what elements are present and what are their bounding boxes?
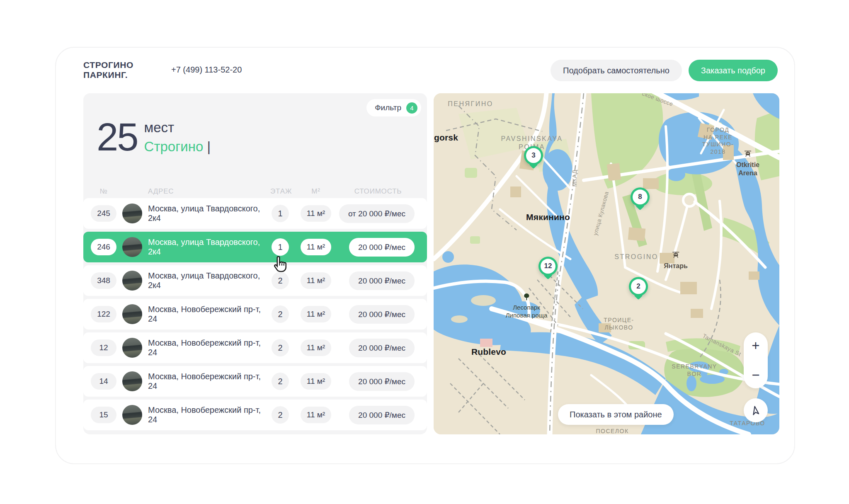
spot-address: Москва, улица Твардовского, 2к4 <box>148 204 264 223</box>
map-marker-2[interactable]: 2 <box>629 277 648 296</box>
map-marker-8[interactable]: 8 <box>631 187 650 206</box>
text-caret: | <box>207 139 211 154</box>
map-marker-count: 3 <box>526 148 541 163</box>
list-item[interactable]: 245Москва, улица Твардовского, 2к4111 м²… <box>83 198 427 229</box>
results-count: 25 <box>97 116 138 159</box>
spot-price-badge: 20 000 ₽/мес <box>349 339 415 357</box>
list-item[interactable]: 348Москва, улица Твардовского, 2к4211 м²… <box>83 265 427 296</box>
list-item[interactable]: 15Москва, Новобережский пр-т, 24211 м²20… <box>83 400 427 430</box>
spot-number-badge: 122 <box>91 306 116 322</box>
spot-price-badge: 20 000 ₽/мес <box>349 238 415 257</box>
list-item[interactable]: 246Москва, улица Твардовского, 2к4111 м²… <box>83 232 427 262</box>
zoom-in-button[interactable]: + <box>744 337 768 355</box>
spot-floor-badge: 2 <box>272 373 289 390</box>
spot-number-badge: 14 <box>91 373 116 390</box>
logo-line1: СТРОГИНО <box>83 60 133 70</box>
spot-area-badge: 11 м² <box>301 306 331 322</box>
spot-photo <box>122 405 142 425</box>
spot-floor-badge: 2 <box>272 339 289 356</box>
map[interactable]: ПЕНЯГИНОgorskPAVSHINSKAYA POIMAское шосс… <box>434 93 779 434</box>
spot-floor-badge: 2 <box>272 305 289 323</box>
phone-number[interactable]: +7 (499) 113-52-20 <box>171 65 242 75</box>
spot-area-badge: 11 м² <box>301 272 331 289</box>
filter-label: Фильтр <box>375 103 401 112</box>
col-number: № <box>91 187 116 196</box>
header: СТРОГИНО ПАРКИНГ. +7 (499) 113-52-20 Под… <box>56 48 794 93</box>
spot-area-badge: 11 м² <box>301 205 331 222</box>
app-card: СТРОГИНО ПАРКИНГ. +7 (499) 113-52-20 Под… <box>55 47 795 464</box>
map-marker-3[interactable]: 3 <box>524 146 543 165</box>
map-marker-count: 12 <box>541 259 555 274</box>
zoom-out-button[interactable]: − <box>744 366 768 384</box>
results-list: 245Москва, улица Твардовского, 2к4111 м²… <box>83 198 427 433</box>
list-item[interactable]: 14Москва, Новобережский пр-т, 24211 м²20… <box>83 366 427 397</box>
spot-address: Москва, Новобережский пр-т, 24 <box>148 338 264 357</box>
logo: СТРОГИНО ПАРКИНГ. <box>83 60 133 80</box>
spot-photo <box>122 204 142 223</box>
search-query[interactable]: Строгино | <box>144 139 211 155</box>
my-location-button[interactable] <box>744 398 768 422</box>
order-selection-button[interactable]: Заказать подбор <box>689 60 778 81</box>
spot-address: Москва, улица Твардовского, 2к4 <box>148 237 264 257</box>
spot-floor-badge: 2 <box>272 272 289 289</box>
table-header: № АДРЕС ЭТАЖ М² СТОИМОСТЬ <box>83 187 427 196</box>
show-in-area-button[interactable]: Показать в этом районе <box>558 404 674 425</box>
self-select-button[interactable]: Подобрать самостоятельно <box>551 60 682 81</box>
spot-number-badge: 12 <box>91 339 116 356</box>
filter-button[interactable]: Фильтр 4 <box>366 99 421 116</box>
header-buttons: Подобрать самостоятельно Заказать подбор <box>551 60 778 81</box>
spot-area-badge: 11 м² <box>301 339 331 356</box>
spot-number-badge: 348 <box>91 272 116 289</box>
spot-photo <box>122 338 142 358</box>
page: СТРОГИНО ПАРКИНГ. +7 (499) 113-52-20 Под… <box>0 0 849 504</box>
spot-floor-badge: 1 <box>272 205 289 222</box>
list-item[interactable]: 12Москва, Новобережский пр-т, 24211 м²20… <box>83 332 427 363</box>
spot-photo <box>122 237 142 257</box>
spot-address: Москва, Новобережский пр-т, 24 <box>148 372 264 391</box>
map-marker-count: 2 <box>631 279 646 294</box>
spot-price-badge: 20 000 ₽/мес <box>349 406 415 424</box>
map-marker-count: 8 <box>633 189 648 204</box>
spot-address: Москва, Новобережский пр-т, 24 <box>148 405 264 424</box>
spot-address: Москва, Новобережский пр-т, 24 <box>148 305 264 324</box>
col-address: АДРЕС <box>148 187 264 196</box>
spot-photo <box>122 304 142 324</box>
spot-area-badge: 11 м² <box>301 239 331 255</box>
col-area: М² <box>296 187 336 196</box>
results-heading: 25 мест Строгино | <box>97 116 211 159</box>
cursor-pointer-icon <box>272 254 290 274</box>
results-unit: мест <box>144 120 211 136</box>
location-arrow-icon <box>750 405 761 416</box>
list-item[interactable]: 122Москва, Новобережский пр-т, 24211 м²2… <box>83 299 427 330</box>
spot-number-badge: 15 <box>91 407 116 423</box>
col-floor: ЭТАЖ <box>270 187 290 196</box>
spot-area-badge: 11 м² <box>301 407 331 423</box>
spot-price-badge: 20 000 ₽/мес <box>349 305 415 324</box>
spot-price-badge: 20 000 ₽/мес <box>349 271 415 290</box>
map-canvas <box>434 93 779 434</box>
filter-count-badge: 4 <box>406 102 417 114</box>
spot-price-badge: от 20 000 ₽/мес <box>339 204 415 223</box>
spot-address: Москва, улица Твардовского, 2к4 <box>148 271 264 290</box>
spot-number-badge: 246 <box>91 239 116 255</box>
spot-area-badge: 11 м² <box>301 373 331 390</box>
map-zoom-control: + − <box>744 332 768 388</box>
col-price: СТОИМОСТЬ <box>342 187 415 196</box>
spot-price-badge: 20 000 ₽/мес <box>349 372 415 391</box>
map-marker-12[interactable]: 12 <box>539 257 558 276</box>
logo-line2: ПАРКИНГ. <box>83 70 133 80</box>
spot-floor-badge: 1 <box>272 238 289 256</box>
listing-panel: Фильтр 4 25 мест Строгино | № АДРЕС ЭТАЖ… <box>83 93 427 434</box>
spot-number-badge: 245 <box>91 205 116 222</box>
spot-floor-badge: 2 <box>272 406 289 424</box>
spot-photo <box>122 371 142 391</box>
spot-photo <box>122 271 142 291</box>
